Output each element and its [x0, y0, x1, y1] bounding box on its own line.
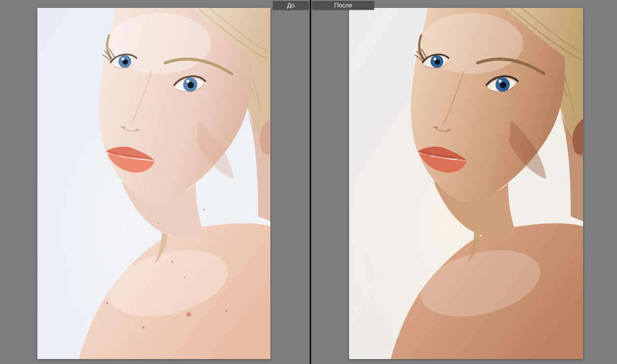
before-photo[interactable]	[37, 8, 270, 359]
before-label: До	[287, 2, 295, 9]
before-label-badge: До	[273, 1, 309, 10]
split-divider	[310, 0, 311, 364]
after-label-badge: После	[312, 1, 374, 10]
after-label: После	[334, 2, 352, 9]
compare-view: До После	[0, 0, 617, 364]
after-photo[interactable]	[349, 8, 583, 359]
